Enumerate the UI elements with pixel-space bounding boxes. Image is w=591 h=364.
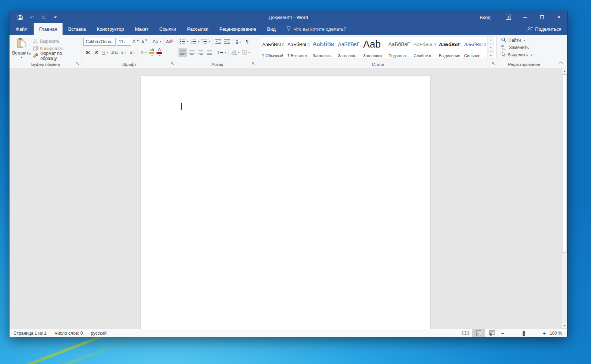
scrollbar-thumb[interactable] bbox=[562, 74, 567, 253]
italic-button[interactable]: К bbox=[92, 48, 101, 57]
font-size-combo[interactable]: 11 bbox=[117, 38, 131, 46]
strikethrough-button[interactable]: abc bbox=[110, 48, 119, 57]
redo-icon: ↻ bbox=[40, 14, 47, 20]
tab-references[interactable]: Ссылки bbox=[154, 23, 182, 35]
font-dialog-launcher[interactable] bbox=[170, 61, 175, 66]
style-subtitle[interactable]: АаБбВвГ Подзагол... bbox=[387, 37, 412, 59]
group-font: Calibri (Осно 11 А А Аа А Ж К bbox=[82, 35, 177, 68]
zoom-out-button[interactable] bbox=[498, 330, 507, 336]
style-heading1[interactable]: АаБбВв Заголово... bbox=[311, 37, 336, 59]
maximize-button[interactable] bbox=[534, 11, 550, 23]
style-subtle-emphasis[interactable]: АаБбВвГг Слабое в... bbox=[412, 37, 437, 59]
find-label: Найти bbox=[508, 38, 521, 43]
tab-review[interactable]: Рецензирование bbox=[214, 23, 261, 35]
justify-button[interactable] bbox=[205, 48, 214, 57]
style-title[interactable]: Aab Заголовок bbox=[361, 37, 387, 59]
highlight-color-button[interactable]: ab bbox=[148, 48, 155, 57]
read-mode-button[interactable] bbox=[459, 329, 472, 337]
show-hide-marks-button[interactable]: ¶ bbox=[243, 37, 252, 46]
share-label: Поделиться bbox=[535, 26, 561, 32]
svg-text:А: А bbox=[166, 40, 169, 44]
sort-button[interactable]: АЯ ↓ bbox=[234, 37, 243, 46]
paragraph-dialog-launcher[interactable] bbox=[251, 61, 256, 66]
scroll-down-button[interactable]: ▼ bbox=[562, 323, 567, 329]
format-painter-button[interactable]: Формат по образцу bbox=[32, 52, 80, 60]
superscript-button[interactable]: x2 bbox=[128, 48, 136, 57]
page-count-status[interactable]: Страница 1 из 1 bbox=[10, 329, 50, 337]
tab-file[interactable]: Файл bbox=[10, 23, 34, 35]
bullets-button[interactable] bbox=[178, 37, 189, 46]
styles-scroll-down-button[interactable]: ▼ bbox=[488, 44, 494, 51]
borders-button[interactable] bbox=[241, 48, 251, 57]
close-button[interactable]: × bbox=[550, 11, 567, 23]
clipboard-dialog-launcher[interactable] bbox=[75, 61, 80, 66]
subscript-button[interactable]: x2 bbox=[119, 48, 128, 57]
styles-dialog-launcher[interactable] bbox=[491, 61, 496, 66]
styles-gallery-more-button[interactable] bbox=[488, 52, 494, 59]
style-intense-emphasis[interactable]: АаБбВвГг Сильное ... bbox=[462, 37, 488, 59]
tab-layout[interactable]: Макет bbox=[129, 23, 154, 35]
sort-down-arrow: ↓ bbox=[239, 39, 241, 44]
align-right-button[interactable] bbox=[196, 48, 205, 57]
share-button[interactable]: Поделиться bbox=[521, 23, 567, 35]
group-editing: Найти abac Заменить Выделить Редактирова… bbox=[498, 35, 550, 68]
collapse-ribbon-button[interactable] bbox=[558, 59, 563, 65]
clear-formatting-button[interactable]: А bbox=[165, 37, 174, 46]
tell-me-label: Что вы хотите сделать? bbox=[294, 26, 346, 32]
tab-view[interactable]: Вид bbox=[261, 23, 281, 35]
line-spacing-button[interactable] bbox=[216, 48, 227, 57]
word-count-status[interactable]: Число слов: 0 bbox=[50, 329, 87, 337]
style-heading2[interactable]: АаБбВвГ Заголово... bbox=[336, 37, 361, 59]
statusbar-right: 100 % bbox=[459, 329, 567, 337]
style-no-spacing[interactable]: АаБбВвГг, ¶ Без инте... bbox=[286, 37, 311, 59]
font-color-button[interactable]: А bbox=[155, 48, 163, 57]
replace-button[interactable]: abac Заменить bbox=[501, 44, 549, 51]
font-color-bar bbox=[157, 52, 162, 54]
tell-me-box[interactable]: Что вы хотите сделать? bbox=[281, 23, 351, 35]
tab-design[interactable]: Конструктор bbox=[91, 23, 129, 35]
align-left-button[interactable] bbox=[178, 48, 187, 57]
tab-insert[interactable]: Вставка bbox=[63, 23, 91, 35]
language-status[interactable]: русский bbox=[87, 329, 110, 337]
paste-button[interactable]: Вставить bbox=[11, 37, 32, 59]
align-center-button[interactable] bbox=[187, 48, 196, 57]
bold-button[interactable]: Ж bbox=[83, 48, 92, 57]
style-normal[interactable]: АаБбВвГг, ¶ Обычный bbox=[260, 37, 286, 59]
increase-indent-button[interactable] bbox=[223, 37, 231, 46]
underline-button[interactable]: Ч bbox=[101, 48, 110, 57]
customize-qat-button[interactable] bbox=[52, 14, 59, 20]
zoom-level[interactable]: 100 % bbox=[548, 331, 567, 336]
tab-mailings[interactable]: Рассылки bbox=[181, 23, 214, 35]
numbering-button[interactable]: 123 bbox=[189, 37, 200, 46]
highlight-color-bar bbox=[149, 52, 154, 54]
style-emphasis[interactable]: АаБбВвГг Выделение bbox=[437, 37, 462, 59]
group-label-clipboard: Буфер обмена bbox=[10, 62, 82, 67]
signin-link[interactable]: Вход bbox=[470, 15, 500, 20]
select-button[interactable]: Выделить bbox=[501, 51, 549, 59]
shrink-font-button[interactable]: А bbox=[140, 37, 149, 46]
multilevel-list-button[interactable] bbox=[200, 37, 211, 46]
print-layout-button[interactable] bbox=[472, 329, 485, 337]
grow-font-button[interactable]: А bbox=[131, 37, 140, 46]
minimize-button[interactable] bbox=[517, 11, 534, 23]
zoom-slider-handle[interactable] bbox=[523, 331, 525, 336]
shading-button[interactable] bbox=[230, 48, 241, 57]
font-name-combo[interactable]: Calibri (Осно bbox=[83, 38, 116, 46]
font-size-value: 11 bbox=[119, 39, 123, 44]
vertical-scrollbar[interactable]: ▲ ▼ bbox=[561, 68, 567, 329]
ribbon-display-options-button[interactable] bbox=[500, 11, 517, 23]
change-case-button[interactable]: Аа bbox=[151, 37, 162, 46]
save-button[interactable] bbox=[17, 14, 23, 20]
zoom-in-button[interactable] bbox=[540, 330, 548, 336]
tab-home[interactable]: Главная bbox=[34, 23, 63, 35]
find-button[interactable]: Найти bbox=[501, 37, 549, 44]
decrease-indent-button[interactable] bbox=[214, 37, 223, 46]
document-page[interactable] bbox=[141, 76, 430, 329]
styles-scroll-up-button: ▲ bbox=[488, 37, 494, 44]
web-layout-button[interactable] bbox=[485, 329, 498, 337]
scroll-up-button[interactable]: ▲ bbox=[562, 68, 567, 74]
zoom-slider[interactable] bbox=[507, 331, 540, 336]
text-effects-button[interactable]: А bbox=[139, 48, 148, 57]
paste-dropdown-arrow[interactable] bbox=[20, 57, 23, 58]
format-painter-label: Формат по образцу bbox=[40, 51, 79, 61]
